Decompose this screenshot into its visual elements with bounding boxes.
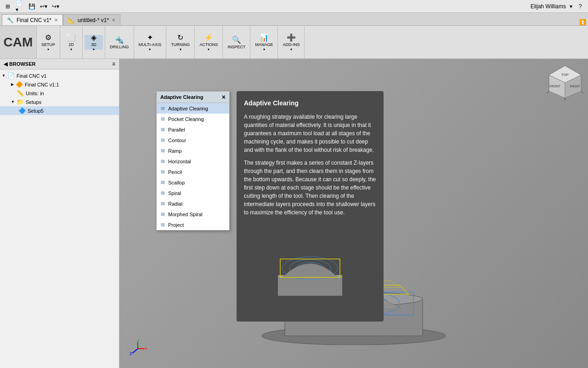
tree-setups[interactable]: ▼ 📁 Setups bbox=[0, 98, 119, 106]
main-layout: ◀ BROWSER ≡ ▼ 📄 Final CNC v1 ▶ 🔶 Final C… bbox=[0, 59, 588, 368]
dropdown-item-ramp[interactable]: ≋Ramp bbox=[157, 145, 229, 156]
tree-setups-label: Setups bbox=[26, 99, 41, 105]
dropdown-item-morphed[interactable]: ≋Morphed Spiral bbox=[157, 209, 229, 219]
dropdown-title: Adaptive Clearing bbox=[160, 94, 204, 100]
actions-icon: ⚡ bbox=[204, 33, 213, 42]
multiaxis-dropdown-icon: ▾ bbox=[149, 47, 151, 52]
inspect-button[interactable]: 🔍 INSPECT bbox=[225, 35, 248, 50]
top-bar: ⊞ 📄▾ 💾 ↩▾ ↪▾ Elijah Williams ▾ ? bbox=[0, 0, 588, 13]
tree-root-arrow: ▼ bbox=[2, 74, 6, 78]
addins-icon: ➕ bbox=[287, 33, 296, 42]
drilling-button[interactable]: 🔩 DRILLING bbox=[107, 35, 132, 50]
svg-line-23 bbox=[547, 91, 549, 93]
svg-text:Z: Z bbox=[130, 351, 132, 356]
tab-1-close[interactable]: ✕ bbox=[54, 17, 58, 23]
user-name[interactable]: Elijah Williams bbox=[531, 3, 566, 10]
tooltip-panel: Adaptive Clearing A roughing strategy av… bbox=[237, 91, 384, 322]
tree-setup5-icon: 🔷 bbox=[18, 107, 26, 114]
dropdown-item-icon-contour: ≋ bbox=[160, 137, 165, 144]
3d-button[interactable]: ◈ 3D ▾ bbox=[85, 35, 103, 50]
dropdown-item-spiral[interactable]: ≋Spiral bbox=[157, 188, 229, 198]
dropdown-item-pencil[interactable]: ≋Pencil bbox=[157, 167, 229, 177]
main-view: X Y Z TOP FRONT bbox=[119, 59, 588, 368]
dropdown-item-icon-parallel: ≋ bbox=[160, 126, 165, 133]
tree-child-label: Final CNC v1:1 bbox=[25, 82, 59, 87]
inspect-icon: 🔍 bbox=[232, 35, 241, 44]
dropdown-item-horizontal[interactable]: ≋Horizontal bbox=[157, 156, 229, 167]
dropdown-item-parallel[interactable]: ≋Parallel bbox=[157, 124, 229, 135]
tab-2-label: untitled-* v1* bbox=[78, 17, 109, 23]
tree-setup5-label: Setup5 bbox=[28, 108, 44, 114]
svg-text:FRONT: FRONT bbox=[549, 85, 561, 88]
axis-indicator: X Y Z bbox=[129, 339, 147, 359]
dropdown-header: Adaptive Clearing × bbox=[157, 92, 229, 103]
dropdown-item-adaptive[interactable]: ≋Adaptive Clearing bbox=[157, 103, 229, 114]
multiaxis-button[interactable]: ✦ MULTI-AXIS ▾ bbox=[136, 35, 164, 50]
manage-button[interactable]: 📊 MANAGE ▾ bbox=[252, 35, 276, 50]
dropdown-item-label-horizontal: Horizontal bbox=[168, 159, 191, 164]
multiaxis-icon: ✦ bbox=[147, 33, 153, 42]
dropdown-item-label-radial: Radial bbox=[168, 201, 182, 207]
dropdown-item-icon-morphed: ≋ bbox=[160, 211, 165, 218]
svg-line-24 bbox=[581, 91, 583, 93]
setup-button[interactable]: ⚙ SETUP ▾ bbox=[39, 35, 58, 50]
user-dropdown-icon[interactable]: ▾ bbox=[570, 3, 572, 10]
dropdown-item-radial[interactable]: ≋Radial bbox=[157, 198, 229, 209]
tab-2-close[interactable]: ✕ bbox=[112, 17, 115, 23]
redo-button[interactable]: ↪▾ bbox=[51, 2, 60, 11]
dropdown-item-label-ramp: Ramp bbox=[168, 148, 181, 154]
dropdown-item-icon-adaptive: ≋ bbox=[160, 105, 165, 112]
browser-header: ◀ BROWSER ≡ bbox=[0, 59, 119, 69]
turning-button[interactable]: ↻ TURNING ▾ bbox=[168, 35, 192, 50]
dropdown-item-label-morphed: Morphed Spiral bbox=[168, 212, 203, 217]
viewport[interactable]: X Y Z TOP FRONT bbox=[119, 59, 588, 368]
tab-1[interactable]: 🔧 Final CNC v1* ✕ bbox=[2, 14, 63, 25]
dropdown-item-label-parallel: Parallel bbox=[168, 127, 185, 132]
undo-button[interactable]: ↩▾ bbox=[40, 2, 48, 11]
file-menu[interactable]: 📄▾ bbox=[16, 2, 24, 11]
addins-button[interactable]: ➕ ADD-INS ▾ bbox=[280, 35, 302, 50]
tooltip-desc2: The strategy first makes a series of con… bbox=[244, 159, 376, 217]
tab-2[interactable]: 📐 untitled-* v1* ✕ bbox=[63, 14, 120, 25]
top-bar-right: Elijah Williams ▾ ? bbox=[531, 2, 584, 11]
addins-group: ➕ ADD-INS ▾ bbox=[278, 26, 305, 58]
dropdown-item-contour[interactable]: ≋Contour bbox=[157, 135, 229, 145]
tree-child[interactable]: ▶ 🔶 Final CNC v1:1 bbox=[0, 80, 119, 89]
grid-icon[interactable]: ⊞ bbox=[4, 2, 12, 11]
3d-dropdown-icon: ▾ bbox=[93, 47, 95, 52]
actions-button[interactable]: ⚡ ACTIONS ▾ bbox=[197, 35, 220, 50]
dropdown-item-project[interactable]: ≋Project bbox=[157, 219, 229, 230]
browser-collapse-icon[interactable]: ◀ bbox=[4, 61, 7, 67]
manage-icon: 📊 bbox=[260, 33, 269, 42]
browser-expand-icon[interactable]: ≡ bbox=[112, 61, 115, 67]
setup-icon: ⚙ bbox=[45, 33, 51, 42]
browser-header-left: ◀ BROWSER bbox=[4, 61, 35, 67]
tree-setup5[interactable]: 🔷 Setup5 bbox=[0, 106, 119, 115]
nav-cube[interactable]: TOP FRONT RIGHT bbox=[547, 63, 583, 100]
top-bar-left: ⊞ 📄▾ 💾 ↩▾ ↪▾ bbox=[4, 2, 60, 11]
2d-dropdown-icon: ▾ bbox=[70, 47, 72, 52]
turning-icon: ↻ bbox=[177, 33, 183, 42]
save-button[interactable]: 💾 bbox=[28, 2, 36, 11]
expand-tabs-icon[interactable]: ⏫ bbox=[579, 19, 586, 25]
2d-button[interactable]: ⬜ 2D ▾ bbox=[62, 35, 80, 50]
tab-1-label: Final CNC v1* bbox=[17, 17, 51, 23]
tree-units[interactable]: 📏 Units: in bbox=[0, 89, 119, 98]
dropdown-item-label-project: Project bbox=[168, 222, 184, 228]
svg-line-11 bbox=[132, 349, 138, 353]
tree-root-label: Final CNC v1 bbox=[17, 73, 46, 79]
drilling-icon: 🔩 bbox=[115, 35, 124, 44]
tree-root-icon: 📄 bbox=[7, 72, 15, 79]
cam-button[interactable]: CAM bbox=[0, 26, 37, 58]
dropdown-item-label-adaptive: Adaptive Clearing bbox=[168, 106, 208, 111]
tree-root[interactable]: ▼ 📄 Final CNC v1 bbox=[0, 71, 119, 80]
setup-dropdown-icon: ▾ bbox=[47, 47, 49, 52]
2d-icon: ⬜ bbox=[67, 33, 76, 42]
dropdown-item-scallop[interactable]: ≋Scallop bbox=[157, 177, 229, 188]
manage-dropdown-icon: ▾ bbox=[263, 47, 265, 52]
svg-rect-25 bbox=[278, 277, 342, 296]
dropdown-menu: Adaptive Clearing × ≋Adaptive Clearing≋P… bbox=[156, 91, 230, 230]
dropdown-item-pocket[interactable]: ≋Pocket Clearing bbox=[157, 114, 229, 124]
help-icon[interactable]: ? bbox=[576, 2, 584, 11]
dropdown-close-button[interactable]: × bbox=[222, 93, 226, 101]
